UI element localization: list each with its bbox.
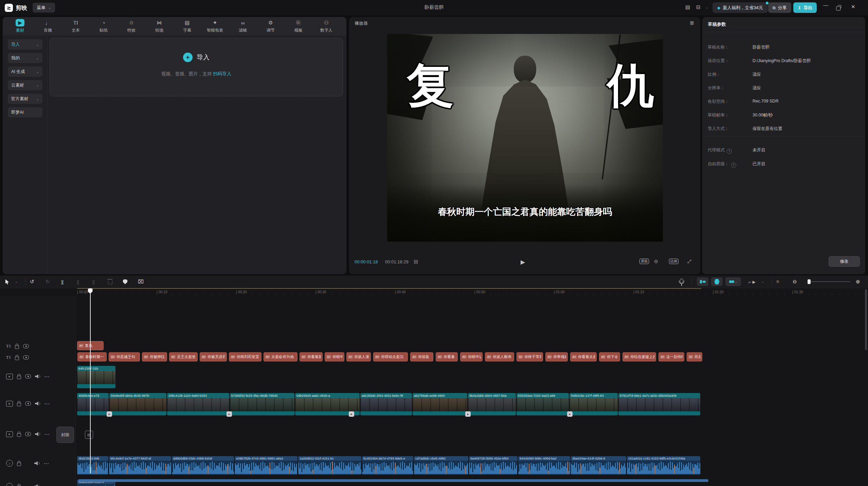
- tab-素材[interactable]: ▶素材: [6, 19, 34, 33]
- help-icon[interactable]: ?: [727, 149, 732, 154]
- link-preview-icon[interactable]: ⌄: [725, 277, 741, 286]
- sidebar-item-AI 生成[interactable]: AI 生成⌄: [8, 67, 42, 77]
- subtitle-panel-icon[interactable]: ▤: [685, 4, 690, 10]
- delete-subtitle-icon[interactable]: ⌧: [138, 278, 144, 285]
- undo-icon[interactable]: ↺: [30, 278, 34, 285]
- mask-icon[interactable]: [123, 278, 127, 285]
- layout-chevron-icon[interactable]: ⌄: [706, 6, 708, 9]
- video-clip[interactable]: 50e8ed0f-ab0a-4b35-997b-: [109, 393, 166, 415]
- ratio-button[interactable]: 比例: [669, 259, 679, 264]
- record-mic-icon[interactable]: [680, 278, 683, 285]
- video-clip[interactable]: 298c412b-1110-4a60-b353: [167, 393, 229, 415]
- text-clip[interactable]: A≡你被关进石: [200, 352, 227, 361]
- play-button[interactable]: ▶: [521, 259, 525, 266]
- video-clip[interactable]: 9b4a1bbb-2b04-4657-b0a: [468, 393, 516, 415]
- export-button[interactable]: ↥ 导出: [793, 2, 817, 13]
- text-clip[interactable]: A≡夫差命你为他: [264, 352, 297, 361]
- tab-智能包装[interactable]: ✦智能包装: [201, 19, 229, 33]
- sidebar-item-即梦AI[interactable]: 即梦AI: [8, 107, 42, 117]
- close-button[interactable]: ✕: [851, 4, 855, 10]
- text-clip[interactable]: A≡这一刻你终: [658, 352, 684, 361]
- text-clip[interactable]: A≡你假装: [410, 352, 433, 361]
- tab-调节[interactable]: ⚙调节: [257, 19, 285, 33]
- transition-badge-icon[interactable]: ▸: [107, 411, 112, 417]
- modify-button[interactable]: 修改: [829, 256, 860, 267]
- audio-clip[interactable]: 1a26d822-03cf-4151-bc: [298, 456, 361, 475]
- tab-文本[interactable]: TI文本: [62, 19, 90, 33]
- timeline-zoom-slider[interactable]: [808, 281, 850, 282]
- audio-clip[interactable]: 2ba434ae-614f-42b8-8: [571, 456, 626, 475]
- frame-grid-icon[interactable]: ▤: [414, 259, 418, 264]
- transition-badge-icon[interactable]: ▸: [465, 411, 471, 417]
- sidebar-item-云素材[interactable]: 云素材⌄: [8, 80, 42, 90]
- split-icon[interactable]: ][: [61, 278, 64, 285]
- text-clip[interactable]: A≡你闻到石室里: [229, 352, 261, 361]
- text-clip[interactable]: A≡而是: [687, 352, 702, 361]
- import-dropzone[interactable]: + 导入 视频、音频、图片，支持 扫码导入: [50, 38, 343, 96]
- preview-axis-icon[interactable]: ⌐►: [748, 278, 757, 285]
- transition-badge-icon[interactable]: ▸: [349, 411, 354, 417]
- vertical-scrollbar[interactable]: [865, 289, 867, 350]
- import-button-label[interactable]: 导入: [197, 53, 210, 62]
- audio-clip[interactable]: c51ad411-cc81-4153-8df5-e3c9c01f49a: [627, 456, 700, 475]
- sidebar-item-导入[interactable]: 导入⌄: [8, 39, 42, 50]
- audio-clip[interactable]: cd7ad6dc-cbe5-4982: [414, 456, 468, 475]
- text-clip[interactable]: A≡你暗中训: [460, 352, 483, 361]
- text-clip[interactable]: A≡你看着夫差: [570, 352, 597, 361]
- text-clip[interactable]: A≡你派人潜: [346, 352, 371, 361]
- video-clip[interactable]: b7286f32-fe33-4fac-86db-78540: [230, 393, 294, 415]
- minimize-button[interactable]: —: [823, 2, 828, 8]
- audio-clip[interactable]: e09b782b-47c0-4881-b981-a8a2: [235, 456, 297, 475]
- text-clip[interactable]: A≡你被押往: [142, 352, 167, 361]
- transition-badge-icon[interactable]: ▸: [567, 411, 573, 417]
- tab-数字人[interactable]: ⚇数字人: [312, 19, 340, 33]
- cover-placeholder-icon[interactable]: ▤: [85, 431, 93, 439]
- horizontal-scrollbar[interactable]: [78, 479, 708, 482]
- preview-zoom-icon[interactable]: ⊙: [654, 259, 658, 264]
- timeline-select-zoom-icon[interactable]: ⌗: [776, 278, 779, 285]
- text-clip[interactable]: A≡你派人散布: [485, 352, 514, 361]
- scan-import-link[interactable]: 扫码导入: [213, 71, 231, 76]
- text-clip[interactable]: A≡春秋时期一: [77, 352, 107, 361]
- audio-clip[interactable]: 95c4e9cf-1e7e-4377-b82f-af: [109, 456, 171, 475]
- trim-right-icon[interactable]: ][: [92, 278, 95, 285]
- sidebar-item-我的[interactable]: 我的⌄: [8, 53, 42, 63]
- promo-button[interactable]: ◆ 新人福利，立省34元: [712, 2, 768, 13]
- text-clip[interactable]: A≡你站在废墟上发: [622, 352, 656, 361]
- video-clip[interactable]: adc355dc-2f44-4031-bebc-f8: [360, 393, 412, 415]
- text-clip[interactable]: A≡你看着装: [300, 352, 323, 361]
- share-button[interactable]: ⧉ 分享: [768, 2, 791, 13]
- tab-特效[interactable]: ✩特效: [117, 19, 145, 33]
- player-menu-icon[interactable]: ≣: [690, 20, 694, 26]
- auto-ripple-icon[interactable]: [697, 277, 708, 286]
- layout-panel-icon[interactable]: ⊟: [696, 4, 701, 10]
- transition-badge-icon[interactable]: ▸: [227, 411, 232, 417]
- text-clip[interactable]: A≡你得知夫差沉: [373, 352, 408, 361]
- snap-icon[interactable]: [711, 277, 723, 286]
- text-clip[interactable]: A≡你率领越: [545, 352, 568, 361]
- video-clip[interactable]: a527b6ab-ee98-4900: [413, 393, 467, 415]
- restore-button[interactable]: [836, 4, 840, 11]
- audio-clip[interactable]: 844cb060-689c-400d-ba2: [518, 456, 570, 475]
- zoom-out-icon[interactable]: ⊖: [793, 278, 797, 285]
- select-cursor-icon[interactable]: [5, 278, 10, 285]
- tab-音频[interactable]: ♩音频: [34, 19, 62, 33]
- zoom-in-icon[interactable]: ⊕: [856, 278, 860, 285]
- text-clip[interactable]: A≡你是越王勾: [109, 352, 140, 361]
- tab-转场[interactable]: ⋈转场: [145, 19, 173, 33]
- tab-贴纸[interactable]: ◔贴纸: [90, 19, 117, 33]
- video-preview[interactable]: 复 仇 春秋时期一个亡国之君真的能靠吃苦翻身吗: [387, 34, 663, 242]
- tab-滤镜[interactable]: ∞滤镜: [229, 19, 257, 33]
- text-clip[interactable]: A≡吴王夫差坐: [169, 352, 198, 361]
- text-clip[interactable]: A≡你终于等到: [517, 352, 543, 361]
- audio-clip[interactable]: 5c401064-da74-4793-8de5-e: [362, 456, 413, 475]
- audio-clip[interactable]: 6a469728-0b55-452e-bf84: [469, 456, 518, 475]
- video-clip[interactable]: 6781cf7d-68e1-4a7c-a03c-d5b4d3a309: [618, 393, 700, 415]
- video-clip[interactable]: 84fc2357-31b: [77, 366, 115, 388]
- redo-icon[interactable]: ↻: [46, 278, 50, 285]
- text-clip[interactable]: A≡你看着: [436, 352, 458, 361]
- video-clip[interactable]: 4585b4ea-e75: [77, 393, 109, 415]
- delete-icon[interactable]: [108, 278, 112, 285]
- cursor-mode-chevron-icon[interactable]: ⌄: [15, 278, 18, 285]
- audio-clip[interactable]: dd6b6db9-03dc-43b8-b20d: [172, 456, 234, 475]
